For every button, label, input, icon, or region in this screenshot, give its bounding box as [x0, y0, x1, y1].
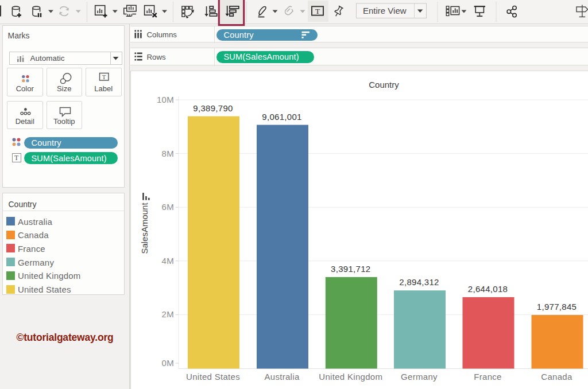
- svg-text:United States: United States: [186, 372, 240, 382]
- svg-text:3,391,712: 3,391,712: [331, 264, 370, 274]
- svg-text:1,977,845: 1,977,845: [537, 302, 577, 312]
- svg-text:Australia: Australia: [264, 372, 299, 382]
- svg-text:4M: 4M: [162, 256, 174, 266]
- svg-text:2M: 2M: [162, 309, 174, 319]
- svg-text:T: T: [315, 7, 320, 15]
- svg-text:Canada: Canada: [541, 372, 572, 382]
- svg-text:T: T: [102, 73, 106, 80]
- svg-text:Entire View: Entire View: [363, 6, 407, 15]
- svg-text:Germany: Germany: [401, 372, 438, 382]
- svg-text:10M: 10M: [157, 95, 174, 104]
- svg-text:2,894,312: 2,894,312: [399, 277, 439, 287]
- svg-text:France: France: [474, 372, 502, 382]
- svg-text:9,061,001: 9,061,001: [262, 112, 301, 122]
- svg-text:8M: 8M: [162, 149, 174, 158]
- svg-text:9,389,790: 9,389,790: [193, 103, 233, 113]
- svg-text:0M: 0M: [162, 358, 174, 368]
- svg-text:2,644,018: 2,644,018: [468, 284, 508, 294]
- svg-text:SalesAmount: SalesAmount: [140, 203, 149, 254]
- svg-text:United Kingdom: United Kingdom: [319, 372, 382, 382]
- svg-text:6M: 6M: [162, 202, 174, 212]
